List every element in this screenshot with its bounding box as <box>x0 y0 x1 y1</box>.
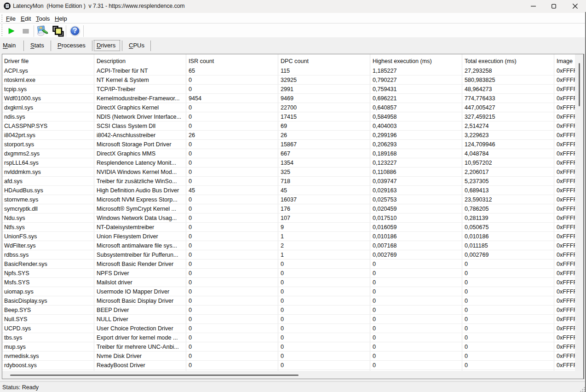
svg-text:?: ? <box>73 27 77 35</box>
